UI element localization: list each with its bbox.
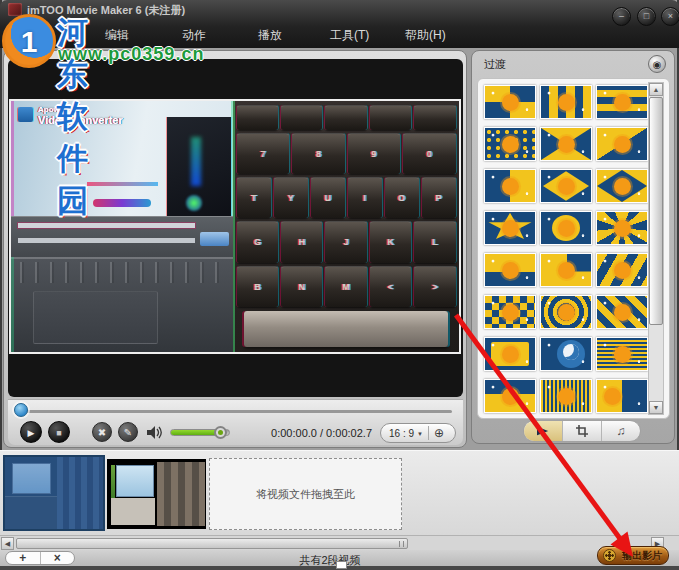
menu-item-play[interactable]: 播放 (254, 26, 286, 45)
chevron-down-icon[interactable]: ▼ (414, 429, 426, 437)
video-frame: Apowersoft Video Converter (9, 99, 461, 354)
transition-thumbnail-halfmoon[interactable] (596, 379, 648, 413)
phone-glow (191, 137, 201, 186)
transitions-title: 过渡 (484, 57, 506, 72)
transition-thumbnail-checker[interactable] (484, 295, 536, 329)
film-reel-icon (603, 549, 616, 562)
screen-phone-image (167, 117, 231, 229)
transition-thumbnail-quad[interactable] (484, 85, 536, 119)
play-button[interactable]: ▶ (20, 421, 42, 443)
transition-grid (481, 82, 645, 416)
clip-thumbnail-art (111, 498, 155, 525)
media-tab-bar: ♫ (523, 420, 641, 442)
scroll-down-icon[interactable]: ▼ (649, 401, 663, 414)
keyboard-key: 8 (292, 133, 344, 174)
snapshot-button[interactable]: ✖ (92, 422, 112, 442)
transition-thumbnail-beams[interactable] (596, 253, 648, 287)
transition-thumbnail-wave[interactable] (484, 379, 536, 413)
timeline-scrollbar-thumb[interactable] (16, 538, 408, 549)
crop-icon (575, 424, 589, 438)
transition-thumbnail-hlines[interactable] (596, 337, 648, 371)
time-display: 0:00:00.0 / 0:00:02.7 (264, 427, 372, 439)
timeline-clip-1-selected[interactable] (3, 455, 105, 531)
laptop-deck-area (11, 257, 233, 352)
keyboard-key: I (348, 177, 382, 218)
clip-thumbnail-art (111, 465, 115, 500)
keyboard-row-partial (235, 103, 457, 132)
transition-thumbnail-moon[interactable] (540, 337, 592, 371)
keyboard-key: T (237, 177, 271, 218)
video-preview: Apowersoft Video Converter (8, 59, 463, 397)
transition-thumbnail-corner[interactable] (540, 253, 592, 287)
stop-button[interactable]: ■ (48, 421, 70, 443)
transition-thumbnail-spiral[interactable] (596, 211, 648, 245)
keyboard-key: < (370, 266, 411, 307)
seek-handle[interactable] (14, 403, 28, 417)
transition-thumbnail-ripple[interactable] (540, 295, 592, 329)
selection-tint (5, 457, 103, 529)
transition-thumbnail-diamond[interactable] (540, 169, 592, 203)
menu-item-edit[interactable]: 编辑 (101, 26, 133, 45)
transitions-panel: 过渡 ◉ ▲ ▼ ♫ (471, 50, 675, 444)
playback-controls: ▶ ■ ✖ ✎ 0:00:00.0 / 0:00:02.7 16 : 9 ▼ ⊕ (8, 399, 463, 445)
tab-music[interactable]: ♫ (602, 421, 640, 441)
dropzone-text: 将视频文件拖拽至此 (256, 487, 355, 502)
clip-thumbnail-art (157, 462, 206, 526)
timeline-strip: 将视频文件拖拽至此 (0, 450, 679, 535)
app-icon (8, 3, 22, 16)
aspect-ratio-value[interactable]: 16 : 9 (381, 428, 414, 439)
transition-thumbnail-vsplit[interactable] (484, 169, 536, 203)
transition-thumbnail-hbars[interactable] (596, 85, 648, 119)
transition-thumbnail-vbars[interactable] (540, 85, 592, 119)
menu-item-actions[interactable]: 动作 (178, 26, 210, 45)
transition-thumbnail-diagsplit[interactable] (596, 127, 648, 161)
transition-thumbnail-tri[interactable] (540, 127, 592, 161)
transition-thumbnail-rect[interactable] (484, 337, 536, 371)
screen-list-row (18, 238, 196, 243)
laptop-keys-texture (20, 262, 224, 283)
keyboard-key: U (311, 177, 345, 218)
tab-transitions[interactable] (524, 421, 563, 441)
apowersoft-logo-icon (18, 107, 33, 122)
transition-thumbnail-dstripes[interactable] (596, 295, 648, 329)
fullscreen-icon[interactable]: ⊕ (431, 426, 444, 440)
spacebar (244, 311, 448, 347)
menu-bar: 文件 编辑 动作 播放 工具(T) 帮助(H) (0, 24, 679, 44)
keyboard-key: H (281, 221, 322, 262)
transition-thumbnail-mosaic[interactable] (484, 127, 536, 161)
transition-thumbnail-hsplit[interactable] (484, 253, 536, 287)
menu-item-help[interactable]: 帮助(H) (401, 26, 450, 45)
scrollbar-thumb[interactable] (649, 97, 663, 325)
seek-bar[interactable] (20, 410, 452, 413)
panel-settings-icon[interactable]: ◉ (648, 55, 666, 73)
screen-convert-button-shape (200, 232, 229, 246)
keyboard-row: GHJKL (235, 220, 457, 264)
add-clip-button[interactable]: + (6, 552, 40, 564)
scroll-up-icon[interactable]: ▲ (649, 83, 663, 96)
overlay-brand: Apowersoft (38, 105, 123, 114)
keyboard-key: N (281, 266, 322, 307)
edit-button[interactable]: ✎ (118, 422, 138, 442)
keyboard-key (325, 105, 366, 131)
timeline-scrollbar[interactable]: ◀ ▶ (0, 535, 679, 550)
title-bar: imTOO Movie Maker 6 (未注册) – □ × 文件 编辑 动作… (0, 0, 679, 48)
tab-crop[interactable] (563, 421, 602, 441)
remove-clip-button[interactable]: × (41, 552, 75, 564)
menu-item-file[interactable]: 文件 (24, 26, 56, 45)
keyboard-key: 7 (237, 133, 289, 174)
transition-thumbnail-vlines[interactable] (540, 379, 592, 413)
timeline-clip-2[interactable] (107, 459, 206, 529)
keyboard-key (414, 105, 455, 131)
thumb-grip (399, 541, 404, 547)
video-dropzone[interactable]: 将视频文件拖拽至此 (209, 458, 402, 530)
volume-handle[interactable] (214, 426, 227, 439)
transition-thumbnail-circle[interactable] (540, 211, 592, 245)
scroll-left-icon[interactable]: ◀ (1, 537, 14, 550)
export-movie-button[interactable]: 输出影片 (597, 546, 669, 565)
menu-item-tools[interactable]: 工具(T) (326, 26, 373, 45)
transitions-scrollbar[interactable]: ▲ ▼ (648, 82, 664, 415)
keyboard-key: J (325, 221, 366, 262)
transition-thumbnail-star[interactable] (484, 211, 536, 245)
aspect-ratio-control[interactable]: 16 : 9 ▼ ⊕ (380, 423, 456, 443)
transition-thumbnail-iris[interactable] (596, 169, 648, 203)
